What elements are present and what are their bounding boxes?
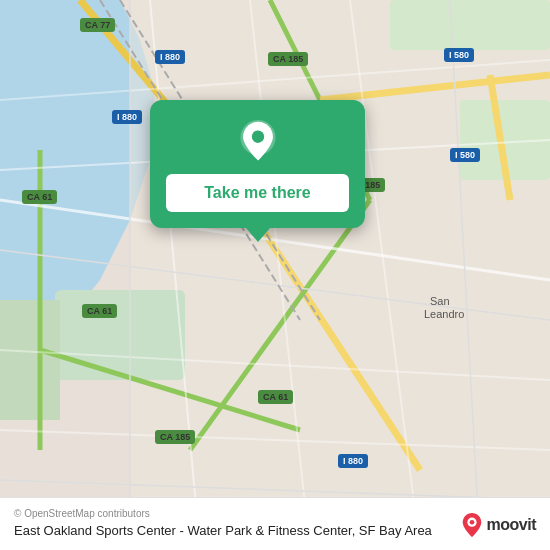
bottom-bar: © OpenStreetMap contributors East Oaklan… <box>0 497 550 550</box>
popup-card: Take me there <box>150 100 365 228</box>
highway-label-i580-right: I 580 <box>450 148 480 162</box>
highway-label-ca185-lower: CA 185 <box>155 430 195 444</box>
svg-point-34 <box>469 520 474 525</box>
highway-label-ca185-top: CA 185 <box>268 52 308 66</box>
highway-label-i580-top: I 580 <box>444 48 474 62</box>
moovit-pin-icon <box>461 512 483 538</box>
highway-label-i880-bot: I 880 <box>338 454 368 468</box>
location-pin-icon <box>236 120 280 164</box>
map-container: San Leandro CA 77 I 880 CA 185 I 580 I 5… <box>0 0 550 550</box>
svg-text:San: San <box>430 295 450 307</box>
highway-label-ca61-left: CA 61 <box>22 190 57 204</box>
location-name: East Oakland Sports Center - Water Park … <box>14 523 536 540</box>
moovit-logo: moovit <box>461 512 536 538</box>
highway-label-i880-top: I 880 <box>155 50 185 64</box>
highway-label-i880-mid: I 880 <box>112 110 142 124</box>
svg-point-32 <box>251 131 263 143</box>
svg-rect-3 <box>0 300 60 420</box>
take-me-there-button[interactable]: Take me there <box>166 174 349 212</box>
svg-rect-2 <box>55 290 185 380</box>
svg-text:Leandro: Leandro <box>424 308 464 320</box>
highway-label-ca61-bot1: CA 61 <box>82 304 117 318</box>
highway-label-ca77: CA 77 <box>80 18 115 32</box>
map-svg: San Leandro <box>0 0 550 550</box>
highway-label-ca61-bot2: CA 61 <box>258 390 293 404</box>
copyright-text: © OpenStreetMap contributors <box>14 508 536 519</box>
moovit-brand-text: moovit <box>487 516 536 534</box>
svg-rect-4 <box>390 0 550 50</box>
